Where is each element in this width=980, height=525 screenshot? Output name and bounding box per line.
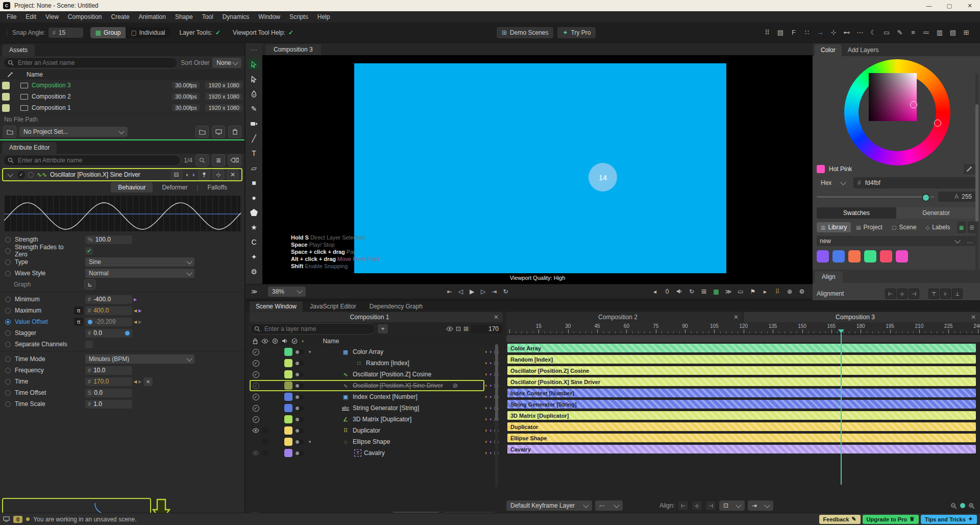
state-marker-right-icon[interactable]: ◗ (192, 171, 195, 178)
color-swatch[interactable] (896, 250, 908, 262)
menu-help[interactable]: Help (313, 13, 335, 20)
layer-row[interactable]: ▾ ◌ Ellipse Shape ◖ ◗ (250, 436, 503, 447)
attribute-header-row[interactable]: ✓ ∿∿ Oscillator [Position.X] Sine Driver… (2, 168, 242, 181)
layer-search-input[interactable] (250, 323, 375, 335)
project-set-icon[interactable] (3, 126, 16, 138)
tab-behaviour[interactable]: Behaviour (111, 182, 153, 193)
align-center-h-icon[interactable]: ⊹ (897, 289, 908, 299)
marker-left-icon[interactable]: ◖ (484, 394, 487, 399)
magnet-icon[interactable]: ⊹ (827, 27, 840, 39)
collapse-all-icon[interactable]: ⊟ (171, 170, 182, 180)
zoom-out-icon[interactable] (950, 503, 957, 509)
timeline-bar[interactable]: Oscillator [Position.X] Sine Driver (507, 377, 976, 386)
asset-swatch[interactable] (2, 82, 10, 89)
timeline-tab-composition-2[interactable]: Composition 2✕ (506, 312, 743, 322)
layer-row[interactable]: ✓ abc String Generator [String] ◖ ◗ (250, 402, 503, 414)
text-tool[interactable]: T (248, 148, 260, 159)
channel-radio[interactable] (5, 368, 11, 373)
layer-toggle[interactable] (295, 395, 304, 399)
layer-row[interactable]: ✓ ∠ 3D Matrix [Duplicator] ◖ ◗ (250, 414, 503, 425)
tab-color[interactable]: Color (815, 44, 842, 56)
viewport-tool-help-check[interactable]: ✓ (288, 29, 293, 36)
marker-right-icon[interactable]: ◗ (489, 349, 492, 354)
layer-row[interactable]: ✓ ∿ Oscillator [Position.Z] Cosine ◖ ◗ (250, 369, 503, 380)
type-select[interactable]: Sine (85, 257, 194, 267)
layer-state-icon[interactable]: ✓ (252, 371, 260, 378)
keyframe-marker[interactable]: ▶ (134, 297, 137, 302)
layout-grid-icon[interactable]: ⠿ (761, 27, 773, 39)
marker-left-icon[interactable]: ◖ (484, 361, 487, 366)
new-window-button[interactable] (212, 126, 225, 138)
demo-scenes-button[interactable]: ⊞ Demo Scenes (497, 27, 553, 38)
timeline-bar[interactable]: Index Context [Number] (507, 389, 976, 397)
state-marker-left-icon[interactable]: ◖ (185, 171, 189, 178)
set-in-icon[interactable]: ◂ (649, 287, 660, 297)
project-set-select[interactable]: No Project Set... (19, 127, 128, 137)
bounds-icon[interactable]: ▭ (735, 287, 746, 297)
zoom-in-icon[interactable] (968, 503, 975, 509)
target-icon[interactable]: ⊕ (784, 287, 795, 297)
marker-left-icon[interactable]: ◖ (484, 417, 487, 422)
alpha-field[interactable]: A 255 (938, 192, 976, 202)
upgrade-to-pro-button[interactable]: Upgrade to Pro♛ (863, 515, 919, 524)
color-wheel[interactable] (813, 56, 980, 162)
close-attr-icon[interactable]: ✕ (227, 170, 238, 180)
next-frame-button[interactable]: ▷ (478, 287, 489, 297)
layer-toggle[interactable] (295, 350, 304, 354)
marker-left-icon[interactable]: ◖ (484, 439, 487, 444)
time-scale-field[interactable]: #1.0 (85, 400, 132, 409)
line-tool[interactable]: ╱ (248, 133, 260, 144)
guides-icon[interactable]: ≫ (723, 287, 734, 297)
layer-toggle[interactable] (295, 417, 304, 422)
align-start-icon[interactable]: ⊢ (678, 500, 689, 511)
expand-chevron-icon[interactable]: ▾ (306, 439, 313, 444)
align-right-icon[interactable]: ⊣ (909, 289, 919, 299)
layer-color-swatch[interactable] (284, 426, 292, 435)
timeline-bar[interactable]: 3D Matrix [Duplicator] (507, 411, 976, 420)
message-count-badge[interactable]: 0 (13, 516, 22, 523)
frames-icon[interactable]: ⊞ (463, 325, 469, 332)
marker-right-icon[interactable]: ◗ (489, 372, 492, 377)
viewport-tab-composition3[interactable]: Composition 3 (265, 44, 321, 55)
keyframe-layer-select[interactable]: Default Keyframe Layer (506, 500, 592, 511)
layer-state-icon[interactable]: ✓ (252, 394, 260, 400)
asset-search-input[interactable] (3, 57, 178, 68)
marker-right-icon[interactable]: ◗ (489, 383, 492, 388)
timeline-bar[interactable]: Oscillator [Position.Z] Cosine (507, 366, 976, 375)
grid-view-icon[interactable]: ⊞ (960, 27, 972, 39)
playhead-line[interactable] (841, 333, 842, 485)
wave-style-select[interactable]: Normal (85, 269, 194, 278)
jump-end-button[interactable]: ⇥ (489, 287, 500, 297)
timeline-bar[interactable]: String Generator [String] (507, 400, 976, 409)
maximize-button[interactable]: ▢ (939, 0, 960, 11)
align-left-icon[interactable]: ≡ (907, 27, 919, 39)
sort-order-select[interactable]: None (212, 58, 241, 68)
frequency-field[interactable]: #10.0 (85, 366, 132, 375)
channel-radio[interactable] (5, 308, 11, 314)
enable-icon[interactable] (291, 338, 298, 344)
swatch-more-button[interactable]: … (967, 237, 973, 245)
pick-attribute-button[interactable] (195, 154, 209, 166)
channel-radio[interactable] (5, 297, 11, 302)
layer-toggle[interactable] (295, 384, 304, 388)
layer-color-swatch[interactable] (284, 449, 292, 457)
tab-swatches[interactable]: Swatches (817, 207, 896, 219)
pi-expression-badge[interactable]: π (74, 306, 83, 315)
alpha-slider-handle[interactable] (922, 194, 930, 202)
expand-tools-icon[interactable]: ≫ (249, 287, 260, 297)
checker-icon[interactable]: ⠿ (772, 287, 783, 297)
solo-radio[interactable] (28, 172, 34, 178)
keyframe-marker[interactable]: ▶ (138, 308, 141, 313)
channel-radio[interactable] (5, 271, 11, 276)
timeline-bar[interactable]: Ellipse Shape (507, 434, 976, 442)
layer-state-icon[interactable] (252, 428, 260, 433)
close-tab-icon[interactable]: ✕ (729, 314, 743, 321)
lock-icon[interactable] (253, 338, 258, 344)
marker-right-icon[interactable]: ◗ (489, 405, 492, 411)
layer-row[interactable]: ⠿ Duplicator ◖ ◗ (250, 425, 503, 436)
rect-tool[interactable]: ■ (248, 177, 260, 188)
keyframe-marker[interactable]: ▶ (138, 379, 141, 384)
keyframe-marker[interactable]: ▶ (138, 320, 141, 324)
layer-toggle[interactable] (295, 361, 304, 366)
library-tab-project[interactable]: ▤Project (852, 222, 887, 232)
